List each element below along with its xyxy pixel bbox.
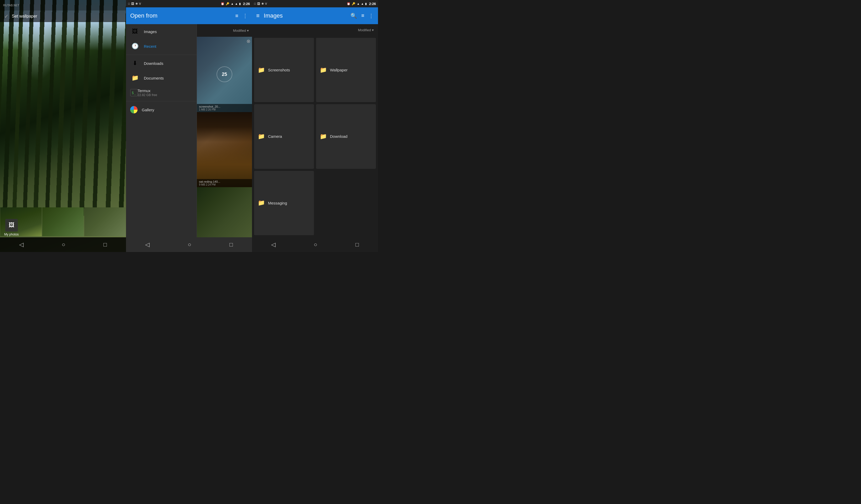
- recent-icon: 🕐: [130, 41, 140, 51]
- status-icon-vol: □: [128, 2, 130, 5]
- drawer-item-downloads[interactable]: ⬇ Downloads: [126, 56, 196, 71]
- key-icon: 🔑: [226, 2, 229, 5]
- panel-open-from: □ 🖼 ❋ V ⏰ 🔑 ▲ ▲ ▮ 2:26 Open from ≡ ⋮ 🖼: [126, 0, 252, 252]
- preview-image-3[interactable]: [197, 187, 252, 237]
- home-button-2[interactable]: ○: [188, 241, 191, 248]
- folder-label-camera: Camera: [268, 134, 282, 139]
- drawer-divider-1: [126, 55, 196, 55]
- folder-wallpaper[interactable]: 📁 Wallpaper: [316, 38, 376, 102]
- preview-img-info-2: oat-reding-140... 9 MB 2:24 PM: [197, 179, 252, 187]
- list-view-button[interactable]: ≡: [235, 13, 238, 19]
- drawer-item-gallery[interactable]: Gallery: [126, 103, 196, 117]
- images-title: Images: [264, 12, 351, 19]
- drawer-item-images[interactable]: 🖼 Images: [126, 24, 196, 39]
- preview-bg-1: 25: [197, 37, 252, 112]
- thumbnail-strip: [0, 207, 126, 236]
- recent-text: Recent: [144, 44, 156, 49]
- gallery-text: Gallery: [142, 108, 154, 112]
- time-display-3: 2:26: [369, 2, 376, 6]
- my-photos-button[interactable]: 🖼 My photos: [4, 219, 19, 236]
- back-button-1[interactable]: ◁: [19, 241, 24, 248]
- preview-bg-3: [197, 187, 252, 237]
- thumbnail-3[interactable]: [84, 207, 126, 236]
- drawer-sidebar: 🖼 Images 🕐 Recent ⬇ Downloads: [126, 24, 197, 237]
- open-from-header: Open from ≡ ⋮: [126, 8, 252, 24]
- drawer-item-documents[interactable]: 📁 Documents: [126, 71, 196, 85]
- grid-view-button[interactable]: ≡: [361, 13, 364, 19]
- images-grid: 📁 Screenshots 📁 Wallpaper 📁 Camera 📁 Dow…: [252, 36, 378, 237]
- documents-label: Documents: [144, 76, 164, 80]
- documents-text: Documents: [144, 76, 164, 80]
- status-bar-2: □ 🖼 ❋ V ⏰ 🔑 ▲ ▲ ▮ 2:26: [126, 0, 252, 8]
- folder-screenshots[interactable]: 📁 Screenshots: [254, 38, 314, 102]
- images-header: ≡ Images 🔍 ≡ ⋮: [252, 8, 378, 24]
- folder-download[interactable]: 📁 Download: [316, 104, 376, 168]
- images-icon: 🖼: [130, 27, 140, 36]
- wifi-icon: ▲: [231, 2, 234, 5]
- open-from-header-icons: ≡ ⋮: [235, 13, 248, 19]
- recent-button-3[interactable]: □: [355, 241, 359, 248]
- back-button-3[interactable]: ◁: [271, 241, 276, 248]
- drawer-body: 🖼 Images 🕐 Recent ⬇ Downloads: [126, 24, 252, 237]
- wallpaper-trees: [0, 0, 126, 226]
- preview-image-1[interactable]: 25 ⊗ screenshot_20... 1 MB 2:26 PM: [197, 37, 252, 112]
- drawer-item-recent[interactable]: 🕐 Recent: [126, 39, 196, 54]
- home-button-3[interactable]: ○: [314, 241, 317, 248]
- thumbnail-2[interactable]: [42, 207, 84, 236]
- home-button-1[interactable]: ○: [62, 241, 65, 248]
- sort-dropdown-3[interactable]: Modified ▾: [358, 28, 374, 32]
- folder-camera[interactable]: 📁 Camera: [254, 104, 314, 168]
- status-icon-star-3: ❋: [261, 2, 264, 5]
- set-wallpaper-bar[interactable]: ✓ Set wallpaper: [0, 11, 126, 22]
- recent-button-2[interactable]: □: [229, 241, 233, 248]
- alarm-icon-3: ⏰: [347, 2, 351, 5]
- more-options-button[interactable]: ⋮: [243, 13, 248, 19]
- sort-label-3: Modified: [358, 28, 371, 32]
- battery-icon-3: ▮: [365, 2, 367, 5]
- more-options-button-3[interactable]: ⋮: [369, 13, 374, 19]
- drawer-content-preview: Modified ▾ 25 ⊗ screenshot_20... 1 MB 2:…: [197, 24, 252, 237]
- folder-icon-wallpaper: 📁: [320, 67, 327, 73]
- preview-image-2[interactable]: oat-reding-140... 9 MB 2:24 PM: [197, 112, 252, 188]
- recent-button-1[interactable]: □: [104, 241, 107, 248]
- more-vert-1[interactable]: ⊗: [246, 38, 250, 44]
- preview-img-meta-1: 1 MB 2:26 PM: [199, 108, 250, 111]
- folder-messaging[interactable]: 📁 Messaging: [254, 171, 314, 235]
- folder-label-wallpaper: Wallpaper: [330, 68, 347, 72]
- status-left-icons: □ 🖼 ❋ V: [128, 2, 141, 5]
- termux-icon: $_: [130, 89, 138, 96]
- folder-label-screenshots: Screenshots: [268, 68, 290, 72]
- preview-img-name-1: screenshot_20...: [199, 105, 250, 108]
- sort-chevron-3: ▾: [372, 28, 374, 32]
- downloads-text: Downloads: [144, 61, 163, 66]
- back-button-2[interactable]: ◁: [145, 241, 150, 248]
- open-from-title: Open from: [130, 12, 235, 19]
- images-label: Images: [144, 29, 157, 34]
- status-bar-3: □ 🖼 ❋ V ⏰ 🔑 ▲ ▲ ▮ 2:26: [252, 0, 378, 8]
- folder-label-download: Download: [330, 134, 347, 139]
- sort-chevron-2: ▾: [247, 29, 249, 32]
- status-icon-img-3: 🖼: [257, 2, 260, 5]
- recent-label: Recent: [144, 44, 156, 49]
- brand-bar: RUTAB.NET: [0, 0, 126, 11]
- preview-img-meta-2: 9 MB 2:24 PM: [199, 183, 250, 186]
- my-photos-icon: 🖼: [5, 219, 18, 232]
- preview-img-info-1: screenshot_20... 1 MB 2:26 PM: [197, 104, 252, 112]
- folder-icon-camera: 📁: [258, 133, 265, 140]
- sort-dropdown-2[interactable]: Modified ▾: [233, 29, 249, 32]
- brand-label: RUTAB.NET: [3, 4, 19, 7]
- preview-img-name-2: oat-reding-140...: [199, 180, 250, 183]
- search-button[interactable]: 🔍: [351, 13, 357, 19]
- preview-bg-2: [197, 112, 252, 188]
- checkmark-icon: ✓: [4, 13, 9, 19]
- images-header-icons: 🔍 ≡ ⋮: [351, 13, 374, 19]
- hamburger-menu-button[interactable]: ≡: [256, 12, 260, 19]
- folder-label-messaging: Messaging: [268, 201, 287, 205]
- panel-wallpaper: RUTAB.NET ✓ Set wallpaper 🖼 My photos ◁ …: [0, 0, 126, 252]
- drawer-item-termux[interactable]: $_ Termux 22.82 GB free: [126, 85, 196, 100]
- panel-images: □ 🖼 ❋ V ⏰ 🔑 ▲ ▲ ▮ 2:26 ≡ Images 🔍 ≡ ⋮ Mo…: [252, 0, 378, 252]
- status-left-3: □ 🖼 ❋ V: [254, 2, 267, 5]
- battery-icon: ▮: [239, 2, 241, 5]
- wifi-icon-3: ▲: [357, 2, 360, 5]
- status-right-icons-2: ⏰ 🔑 ▲ ▲ ▮ 2:26: [221, 2, 250, 6]
